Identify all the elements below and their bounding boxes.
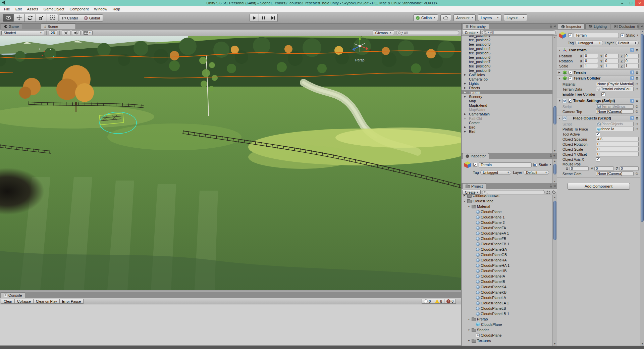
hierarchy-item[interactable]: ▶Bird [462, 125, 552, 129]
hierarchy-item[interactable]: tee_position8 [462, 64, 552, 68]
script-field[interactable]: PlaceObjects [596, 122, 634, 126]
project-item[interactable]: ▼Prefab [462, 316, 552, 322]
hierarchy-item[interactable]: tee_position6 [462, 55, 552, 59]
component-enabled-checkbox[interactable]: ✓ [569, 71, 572, 74]
terrain-component-header[interactable]: ▶ ✓ Terrain ? ⚙ [557, 69, 640, 75]
gear-icon[interactable]: ⚙ [636, 71, 639, 74]
hierarchy-item[interactable]: ▶Effects [462, 86, 552, 90]
project-item[interactable]: CloudsPlaneFA [462, 225, 552, 231]
object-spacing-field[interactable]: 4.6 [596, 137, 639, 141]
tab-mini-inspector[interactable]: i Inspector [462, 153, 489, 159]
project-item[interactable]: CloudsPlaneHB [462, 268, 552, 273]
scene-cam-field[interactable]: None (Camera) [596, 171, 634, 176]
hierarchy-item[interactable]: tee_position5 [462, 51, 552, 55]
help-icon[interactable]: ? [630, 116, 634, 120]
help-icon[interactable]: ? [630, 48, 634, 52]
static-mixed-checkbox[interactable] [533, 163, 537, 167]
project-create-button[interactable]: Create▼ [463, 190, 481, 195]
inspector-scrollbar[interactable]: ▲ ▼ [640, 30, 644, 346]
script-field[interactable]: TerrainSettings [596, 104, 634, 109]
object-rotation-field[interactable]: 0 [596, 142, 639, 146]
object-name-field[interactable]: Terrain [574, 33, 619, 38]
project-item[interactable]: CloudsPlaneHA 1 [462, 263, 552, 268]
layout-dropdown[interactable]: Layout▼ [504, 14, 527, 21]
gear-icon[interactable]: ⚙ [636, 77, 639, 80]
tab-hierarchy[interactable]: ☰ Hierarchy [462, 23, 489, 29]
menu-window[interactable]: Window [91, 6, 110, 12]
project-item[interactable]: ▼Shader [462, 327, 552, 333]
hierarchy-search-field[interactable]: ▼ All [482, 30, 556, 35]
hierarchy-item[interactable]: tee_position3 [462, 42, 552, 46]
object-picker-icon[interactable]: ⊙ [635, 105, 639, 108]
transform-rotation-x[interactable]: 0 [584, 59, 598, 63]
console-error-badge[interactable]: ! 0 [444, 299, 456, 304]
object-picker-icon[interactable]: ⊙ [635, 172, 639, 176]
help-icon[interactable]: ? [630, 76, 634, 80]
component-enabled-checkbox[interactable]: ✓ [568, 99, 572, 103]
menu-help[interactable]: Help [110, 6, 123, 12]
shading-mode-dropdown[interactable]: Shaded▼ [1, 30, 44, 35]
menu-file[interactable]: File [1, 6, 13, 12]
account-dropdown[interactable]: Account▼ [453, 14, 476, 21]
hierarchy-item[interactable]: CameraTop [462, 77, 552, 81]
hierarchy-create-button[interactable]: Create▼ [463, 30, 481, 35]
console-button-clear[interactable]: Clear [1, 299, 15, 304]
hierarchy-item[interactable]: ▶PathOld [462, 116, 552, 120]
add-component-button[interactable]: Add Component [568, 183, 630, 190]
project-item[interactable]: CloudsPlaneIA [462, 273, 552, 279]
project-item[interactable]: CloudsPlaneGB [462, 252, 552, 257]
tool-active-checkbox[interactable]: ✓ [596, 132, 600, 136]
close-button[interactable]: ✕ [635, 0, 644, 6]
console-button-clear-on-play[interactable]: Clear on Play [33, 299, 60, 304]
transform-position-z[interactable]: 0 [624, 54, 639, 58]
console-warning-badge[interactable]: 8 [433, 299, 444, 304]
terrain-data-field[interactable]: TerrainLcolorsCou [596, 87, 634, 91]
object-picker-icon[interactable]: ⊙ [635, 127, 639, 131]
gear-icon[interactable]: ⚙ [636, 48, 639, 52]
scene-viewport[interactable]: y x z Persp [0, 36, 461, 290]
lock-icon[interactable] [549, 184, 552, 188]
console-button-collapse[interactable]: Collapse [14, 299, 34, 304]
rect-tool-button[interactable] [47, 14, 58, 22]
project-item[interactable]: ▶CloudsShadows [462, 195, 552, 198]
gear-icon[interactable]: ⚙ [636, 116, 639, 120]
tab-inspector[interactable]: i Inspector [558, 23, 585, 29]
terrain-settings-header[interactable]: ▼ ✓ Terrain Settings (Script) ? ⚙ [557, 98, 640, 103]
object-axis-x-checkbox[interactable]: ✓ [596, 157, 600, 161]
tab-scene[interactable]: # Scene [41, 23, 76, 29]
mouse-pos-y-field[interactable]: 0 [594, 166, 613, 171]
project-item[interactable]: CloudsPlaneLB 1 [462, 311, 552, 316]
hierarchy-item[interactable]: MapWater [462, 107, 552, 112]
static-dropdown-caret[interactable]: ▼ [549, 164, 551, 166]
step-button[interactable] [268, 14, 278, 22]
project-item[interactable]: ▼Textures [462, 338, 552, 343]
object-picker-icon[interactable]: ⊙ [635, 110, 639, 113]
transform-rotation-y[interactable]: 0 [604, 59, 618, 63]
view-tool-button[interactable] [3, 14, 14, 22]
layer-dropdown[interactable]: Default [524, 170, 549, 175]
transform-scale-z[interactable]: 1 [624, 64, 639, 68]
help-icon[interactable]: ? [630, 99, 634, 103]
panel-menu-icon[interactable]: ▾≡ [641, 25, 643, 28]
tag-dropdown[interactable]: Untagged [480, 170, 511, 175]
menu-edit[interactable]: Edit [13, 6, 24, 12]
gizmos-dropdown[interactable]: Gizmos▼ [373, 30, 394, 35]
lock-icon[interactable] [549, 154, 552, 157]
project-item[interactable]: CloudsPlaneLA 1 [462, 300, 552, 306]
hierarchy-item[interactable]: ▶Terrain [462, 90, 552, 94]
static-mixed-checkbox[interactable] [621, 34, 624, 37]
lock-icon[interactable] [549, 24, 552, 28]
hierarchy-item[interactable]: MapExtend [462, 103, 552, 107]
object-y-offset-field[interactable]: 0 [596, 152, 639, 156]
rotate-tool-button[interactable] [25, 14, 36, 22]
cloud-button[interactable] [440, 14, 451, 21]
pause-button[interactable] [259, 14, 268, 22]
project-item[interactable]: CloudsPlaneGA [462, 247, 552, 252]
tab-occlusion[interactable]: Occlusion [611, 23, 638, 29]
active-checkbox[interactable]: ✓ [473, 163, 477, 167]
enable-tree-collider-checkbox[interactable]: ✓ [601, 92, 605, 96]
prefab-to-place-field[interactable]: fence1a [596, 127, 634, 131]
tag-dropdown[interactable]: Untagged [575, 41, 603, 45]
camera-top-field[interactable]: None (Camera) [596, 109, 634, 114]
project-item[interactable]: CloudsPlaneLB [462, 306, 552, 311]
